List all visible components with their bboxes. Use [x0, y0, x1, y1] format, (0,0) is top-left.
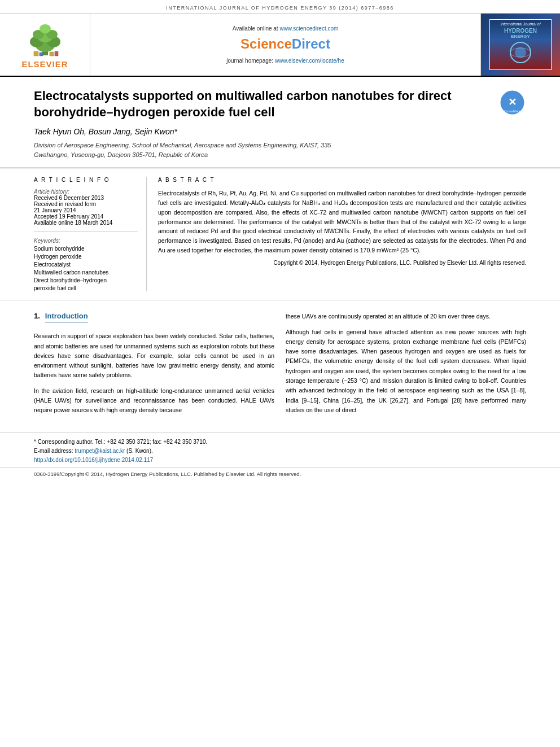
abstract-col: A B S T R A C T Electrocatalysts of Rh, …	[158, 177, 526, 291]
elsevier-logo-box: ELSEVIER	[0, 14, 90, 76]
bottom-bar: 0360-3199/Copyright © 2014, Hydrogen Ene…	[0, 468, 560, 480]
doi-link[interactable]: http://dx.doi.org/10.1016/j.ijhydene.201…	[34, 457, 153, 463]
footnote-section: * Corresponding author. Tel.: +82 42 350…	[0, 433, 560, 468]
cover-journal-title: International Journal of	[500, 22, 540, 27]
elsevier-label: ELSEVIER	[21, 59, 68, 69]
footnote-email-link[interactable]: trumpet@kaist.ac.kr	[75, 448, 125, 454]
abstract-header: A B S T R A C T	[158, 177, 526, 183]
sciencedirect-science: Science	[240, 36, 292, 51]
sciencedirect-box: Available online at www.sciencedirect.co…	[90, 14, 481, 76]
body-col-right: these UAVs are continuously operated at …	[286, 312, 526, 421]
svg-point-7	[40, 24, 51, 33]
footnote-email: E-mail address: trumpet@kaist.ac.kr (S. …	[34, 447, 526, 456]
cover-energy-text: ENERGY	[511, 34, 530, 39]
keywords-label: Keywords:	[34, 238, 138, 244]
abstract-text: Electrocatalysts of Rh, Ru, Pt, Au, Ag, …	[158, 189, 526, 255]
cover-hydrogen-text: HYDROGEN	[504, 28, 537, 34]
section1-para2: In the aviation field, research on high-…	[34, 386, 274, 416]
divider	[34, 231, 138, 232]
svg-rect-11	[55, 51, 58, 56]
body-content: 1. Introduction Research in support of s…	[0, 300, 560, 433]
article-affiliation: Division of Aerospace Engineering, Schoo…	[34, 141, 526, 159]
footnote-corresponding: * Corresponding author. Tel.: +82 42 350…	[34, 438, 526, 447]
two-col-section: A R T I C L E I N F O Article history: R…	[0, 168, 560, 300]
journal-cover-box: International Journal of HYDROGEN ENERGY	[481, 14, 560, 76]
article-info-col: A R T I C L E I N F O Article history: R…	[34, 177, 147, 291]
keyword-3: Electrocatalyst	[34, 261, 138, 268]
keyword-6: peroxide fuel cell	[34, 285, 138, 291]
page-wrapper: INTERNATIONAL JOURNAL OF HYDROGEN ENERGY…	[0, 0, 560, 480]
accepted-date: Accepted 19 February 2014	[34, 213, 138, 220]
svg-rect-10	[50, 52, 54, 56]
cover-decoration-icon	[501, 41, 540, 64]
svg-rect-8	[34, 51, 38, 56]
section1-header: 1. Introduction	[34, 312, 274, 327]
svg-rect-9	[40, 53, 43, 56]
keyword-5: Direct borohydride–hydrogen	[34, 277, 138, 283]
available-date: Available online 18 March 2014	[34, 220, 138, 226]
section1-number: 1.	[34, 312, 40, 320]
crossmark-badge[interactable]: ✕ CrossMark	[498, 88, 526, 116]
revised-label: Received in revised form	[34, 201, 138, 207]
article-info-header: A R T I C L E I N F O	[34, 177, 138, 183]
article-title-row: Electrocatalysts supported on multiwalle…	[34, 88, 526, 120]
svg-text:✕: ✕	[508, 97, 517, 108]
journal-header-bar: INTERNATIONAL JOURNAL OF HYDROGEN ENERGY…	[0, 0, 560, 14]
available-online-text: Available online at www.sciencedirect.co…	[233, 25, 339, 32]
sciencedirect-url[interactable]: www.sciencedirect.com	[279, 25, 338, 32]
article-title-section: Electrocatalysts supported on multiwalle…	[0, 77, 560, 168]
sciencedirect-logo: ScienceDirect	[240, 36, 330, 52]
article-authors: Taek Hyun Oh, Bosun Jang, Sejin Kwon*	[34, 127, 526, 136]
section1-title: Introduction	[45, 312, 88, 322]
section1-para3: these UAVs are continuously operated at …	[286, 312, 526, 321]
keyword-4: Multiwalled carbon nanotubes	[34, 269, 138, 276]
elsevier-tree-icon	[23, 20, 68, 57]
journal-homepage-url[interactable]: www.elsevier.com/locate/he	[275, 58, 344, 64]
section1-para4: Although fuel cells in general have attr…	[286, 327, 526, 416]
section1-para1: Research in support of space exploration…	[34, 331, 274, 381]
sciencedirect-direct: Direct	[292, 36, 330, 51]
header-area: ELSEVIER Available online at www.science…	[0, 14, 560, 77]
article-title: Electrocatalysts supported on multiwalle…	[34, 88, 498, 120]
body-col-left: 1. Introduction Research in support of s…	[34, 312, 274, 421]
keyword-2: Hydrogen peroxide	[34, 254, 138, 260]
svg-text:CrossMark: CrossMark	[504, 110, 520, 113]
journal-cover-inner: International Journal of HYDROGEN ENERGY	[489, 19, 552, 70]
journal-homepage: journal homepage: www.elsevier.com/locat…	[226, 58, 344, 64]
journal-title-line: INTERNATIONAL JOURNAL OF HYDROGEN ENERGY…	[166, 5, 394, 11]
bottom-issn: 0360-3199/Copyright © 2014, Hydrogen Ene…	[34, 471, 301, 477]
abstract-copyright: Copyright © 2014, Hydrogen Energy Public…	[158, 260, 526, 266]
footnote-doi: http://dx.doi.org/10.1016/j.ijhydene.201…	[34, 456, 526, 465]
history-label: Article history:	[34, 189, 138, 195]
revised-date: 21 January 2014	[34, 207, 138, 213]
received-date: Received 6 December 2013	[34, 195, 138, 201]
keywords-section: Keywords: Sodium borohydride Hydrogen pe…	[34, 238, 138, 291]
crossmark-icon: ✕ CrossMark	[500, 90, 525, 115]
keyword-1: Sodium borohydride	[34, 246, 138, 252]
